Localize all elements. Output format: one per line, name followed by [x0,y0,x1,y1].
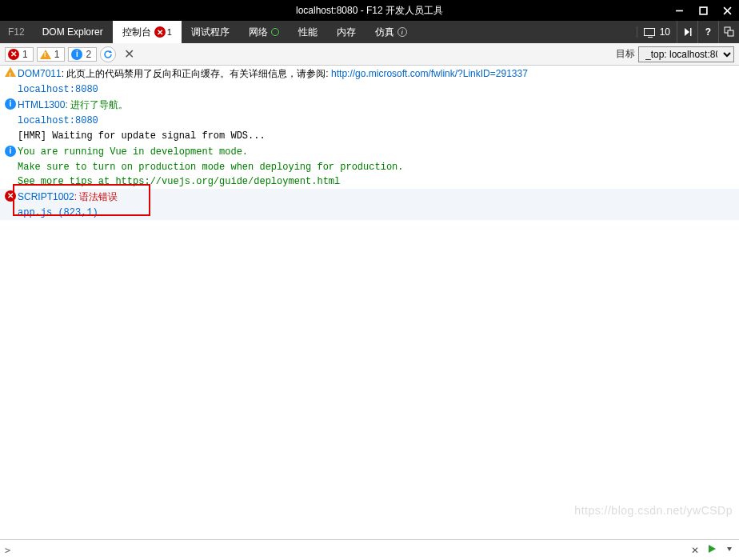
filter-warnings-count: 1 [54,49,60,60]
warning-icon [5,67,16,77]
filter-warnings[interactable]: 1 [37,47,66,62]
watermark: https://blog.csdn.net/ywCSDp [574,504,733,517]
target-label: 目标 [616,47,635,61]
run-icon[interactable] [707,544,717,556]
info-icon: i [5,146,16,157]
console-output[interactable]: DOM7011: 此页上的代码禁用了反向和正向缓存。有关详细信息，请参阅: ht… [0,66,739,539]
filter-errors[interactable]: ✕ 1 [5,47,34,62]
console-message-info: i HTML1300: 进行了导航。 [0,97,739,114]
error-icon: ✕ [5,190,16,202]
unpin-button[interactable] [718,21,739,43]
help-button[interactable]: ? [697,21,718,43]
tabbar: F12 DOM Explorer 控制台 ✕ 1 调试程序 网络 性能 内存 仿… [0,21,739,43]
skip-forward-button[interactable] [677,21,697,43]
tab-memory[interactable]: 内存 [327,21,366,43]
window-title: localhost:8080 - F12 开发人员工具 [296,4,443,18]
svg-marker-4 [685,28,689,36]
tab-console-error-count: 1 [167,27,172,37]
svg-marker-9 [709,545,716,553]
msg-source[interactable]: localhost:8080 [0,114,739,128]
tab-debugger[interactable]: 调试程序 [182,21,239,43]
document-mode[interactable]: 10 [637,26,677,38]
msg-code: HTML1300 [18,99,65,110]
tab-network[interactable]: 网络 [239,21,289,43]
tabbar-right-tools: 10 ? [637,21,739,43]
filter-info[interactable]: i 2 [68,47,97,62]
info-icon: i [397,27,407,37]
document-mode-value: 10 [660,26,670,38]
console-message-info: i You are running Vue in development mod… [0,144,739,160]
close-button[interactable] [715,0,739,21]
info-icon: i [71,49,82,60]
console-input-line[interactable]: > ✕ [0,539,739,560]
clear-button[interactable]: ✕ [119,46,139,62]
f12-label: F12 [0,21,33,43]
close-icon[interactable]: ✕ [691,545,699,556]
info-icon: i [5,98,16,110]
prompt-chevron-icon: > [5,545,10,556]
tab-emulation[interactable]: 仿真 i [366,21,417,43]
console-message-error: ✕ SCRIPT1002: 语法错误 [0,189,739,206]
msg-code: SCRIPT1002 [18,191,74,202]
svg-rect-7 [728,30,733,36]
warning-icon [40,50,51,59]
target-selector-group: 目标 _top: localhost:8080 [616,46,734,62]
console-toolbar: ✕ 1 1 i 2 ✕ 目标 _top: localhost:8080 [0,43,739,66]
titlebar: localhost:8080 - F12 开发人员工具 [0,0,739,21]
target-select[interactable]: _top: localhost:8080 [638,46,734,62]
msg-link[interactable]: http://go.microsoft.com/fwlink/?LinkID=2… [331,68,528,79]
svg-rect-5 [690,28,692,36]
maximize-button[interactable] [691,0,715,21]
console-message-log: [HMR] Waiting for update signal from WDS… [0,128,739,144]
tab-dom-explorer[interactable]: DOM Explorer [33,21,113,43]
minimize-button[interactable] [667,0,691,21]
screen-icon [644,28,655,36]
filter-errors-count: 1 [22,49,28,60]
tab-emulation-label: 仿真 [375,26,394,39]
svg-rect-1 [700,7,707,14]
refresh-button[interactable] [100,46,116,62]
tab-network-label: 网络 [249,26,268,39]
msg-source[interactable]: localhost:8080 [0,82,739,97]
msg-code: DOM7011 [18,68,62,79]
window-controls [667,0,739,21]
tab-console-label: 控制台 [122,26,151,39]
error-icon: ✕ [8,49,19,60]
tab-console[interactable]: 控制台 ✕ 1 [113,21,182,43]
console-message-warning: DOM7011: 此页上的代码禁用了反向和正向缓存。有关详细信息，请参阅: ht… [0,66,739,82]
msg-source[interactable]: app.js (823,1) [0,206,739,220]
error-badge-icon: ✕ [154,26,166,38]
expand-chevron-icon[interactable] [725,544,734,556]
record-icon [271,28,279,36]
tab-performance[interactable]: 性能 [289,21,327,43]
filter-info-count: 2 [86,49,91,60]
